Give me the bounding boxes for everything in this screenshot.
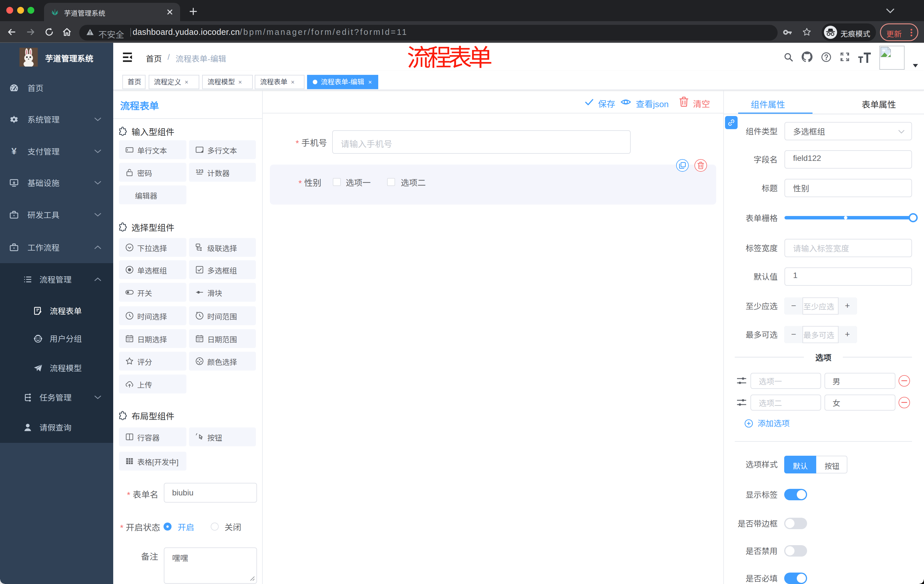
svg-text:¥: ¥ xyxy=(12,146,16,156)
svg-text:123: 123 xyxy=(196,169,203,174)
